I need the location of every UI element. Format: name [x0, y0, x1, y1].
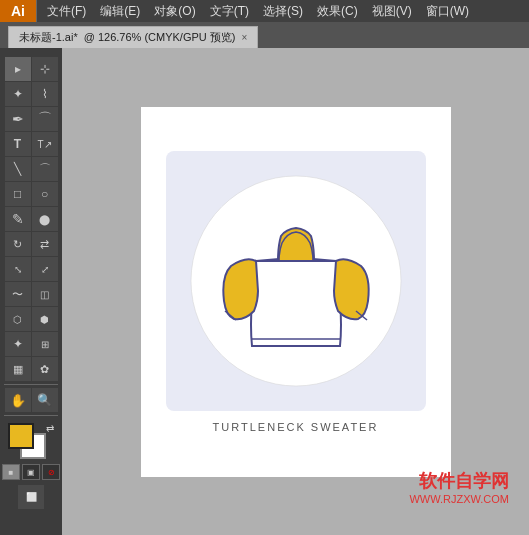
watermark-title: 软件自学网: [409, 469, 509, 493]
sweater-card: [166, 151, 426, 411]
color-mode-btn[interactable]: ■: [2, 464, 20, 480]
rotate-btn[interactable]: ↻: [5, 232, 31, 256]
rect-btn[interactable]: □: [5, 182, 31, 206]
graph-btn[interactable]: ▦: [5, 357, 31, 381]
tab-info: @ 126.76% (CMYK/GPU 预览): [84, 30, 236, 45]
none-mode-btn[interactable]: ⊘: [42, 464, 60, 480]
reflect-btn[interactable]: ⇄: [32, 232, 58, 256]
symbol-btn[interactable]: ✿: [32, 357, 58, 381]
line-btn[interactable]: ╲: [5, 157, 31, 181]
toolbar: ▸ ⊹ ✦ ⌇ ✒ ⌒ T T↗ ╲ ⌒ □ ○ ✎ ⬤ ↻ ⇄: [0, 48, 62, 535]
watermark-url: WWW.RJZXW.COM: [409, 493, 509, 505]
live-paint-btn[interactable]: ⬢: [32, 307, 58, 331]
sweater-circle-bg: [186, 171, 406, 391]
touch-type-btn[interactable]: T↗: [32, 132, 58, 156]
tab-filename: 未标题-1.ai*: [19, 30, 78, 45]
menu-window[interactable]: 窗口(W): [420, 1, 475, 22]
lasso-btn[interactable]: ⌇: [32, 82, 58, 106]
type-btn[interactable]: T: [5, 132, 31, 156]
free-transform-btn[interactable]: ◫: [32, 282, 58, 306]
color-switch-btn[interactable]: ⇄: [46, 423, 54, 434]
menu-file[interactable]: 文件(F): [41, 1, 92, 22]
paintbrush-btn[interactable]: ✎: [5, 207, 31, 231]
eyedropper-btn[interactable]: ✦: [5, 332, 31, 356]
menu-view[interactable]: 视图(V): [366, 1, 418, 22]
watermark: 软件自学网 WWW.RJZXW.COM: [409, 469, 509, 505]
hand-btn[interactable]: ✋: [5, 388, 31, 412]
arc-btn[interactable]: ⌒: [32, 157, 58, 181]
blob-btn[interactable]: ⬤: [32, 207, 58, 231]
magic-wand-btn[interactable]: ✦: [5, 82, 31, 106]
sweater-label: TURTLENECK SWEATER: [213, 421, 379, 433]
menu-object[interactable]: 对象(O): [148, 1, 201, 22]
document-tab[interactable]: 未标题-1.ai* @ 126.76% (CMYK/GPU 预览) ×: [8, 26, 258, 48]
menu-edit[interactable]: 编辑(E): [94, 1, 146, 22]
menu-text[interactable]: 文字(T): [204, 1, 255, 22]
menubar: Ai 文件(F) 编辑(E) 对象(O) 文字(T) 选择(S) 效果(C) 视…: [0, 0, 529, 22]
tabbar: 未标题-1.ai* @ 126.76% (CMYK/GPU 预览) ×: [0, 22, 529, 48]
selection-tool-btn[interactable]: ▸: [5, 57, 31, 81]
foreground-color[interactable]: [8, 423, 34, 449]
direct-selection-btn[interactable]: ⊹: [32, 57, 58, 81]
illustration: TURTLENECK SWEATER: [151, 132, 441, 452]
shape-builder-btn[interactable]: ⬡: [5, 307, 31, 331]
change-screen-btn[interactable]: ⬜: [18, 485, 44, 509]
shear-btn[interactable]: ⤢: [32, 257, 58, 281]
app-logo: Ai: [0, 0, 36, 22]
menu-items: 文件(F) 编辑(E) 对象(O) 文字(T) 选择(S) 效果(C) 视图(V…: [37, 1, 475, 22]
ellipse-btn[interactable]: ○: [32, 182, 58, 206]
canvas-area: TURTLENECK SWEATER 软件自学网 WWW.RJZXW.COM: [62, 48, 529, 535]
menu-effect[interactable]: 效果(C): [311, 1, 364, 22]
measure-btn[interactable]: ⊞: [32, 332, 58, 356]
warp-btn[interactable]: 〜: [5, 282, 31, 306]
curvature-btn[interactable]: ⌒: [32, 107, 58, 131]
scale-btn[interactable]: ⤡: [5, 257, 31, 281]
color-selector: ⇄: [8, 423, 54, 461]
canvas: TURTLENECK SWEATER: [141, 107, 451, 477]
menu-select[interactable]: 选择(S): [257, 1, 309, 22]
pen-btn[interactable]: ✒: [5, 107, 31, 131]
main-area: ▸ ⊹ ✦ ⌇ ✒ ⌒ T T↗ ╲ ⌒ □ ○ ✎ ⬤ ↻ ⇄: [0, 48, 529, 535]
gradient-mode-btn[interactable]: ▣: [22, 464, 40, 480]
tab-close-button[interactable]: ×: [241, 32, 247, 43]
zoom-btn[interactable]: 🔍: [32, 388, 58, 412]
